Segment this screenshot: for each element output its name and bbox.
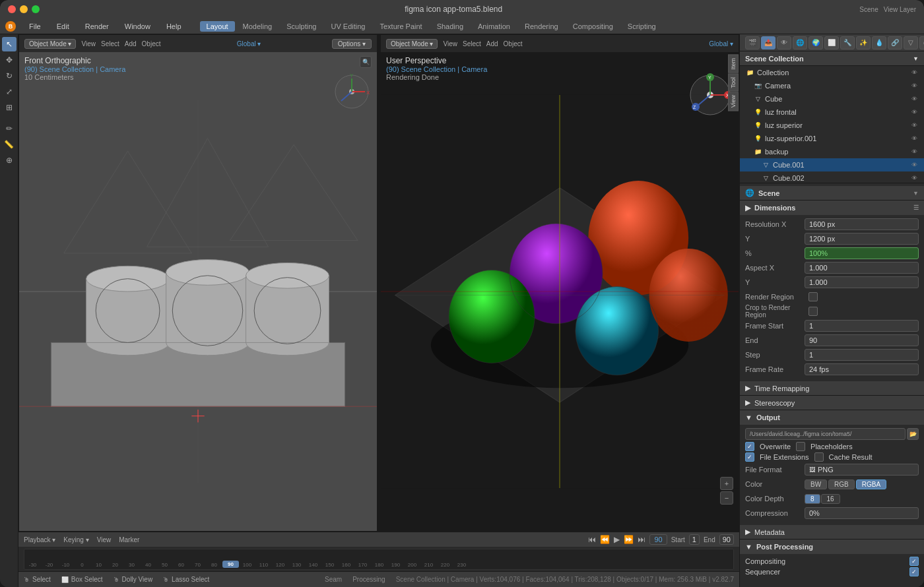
tab-render[interactable]: 🎬 xyxy=(745,36,760,49)
tool-add[interactable]: ⊕ xyxy=(2,153,16,168)
tab-scene[interactable]: 🌐 xyxy=(793,36,807,49)
eye-icon[interactable]: 👁 xyxy=(909,81,919,90)
view-btn[interactable]: View xyxy=(97,536,112,543)
tab-output[interactable]: 📤 xyxy=(761,36,776,49)
nav-gizmo-right[interactable]: X Y Z xyxy=(687,72,733,118)
aspect-x-value[interactable]: 1.000 xyxy=(805,262,919,274)
tab-particles[interactable]: ✨ xyxy=(856,36,871,49)
resolution-y-value[interactable]: 1200 px xyxy=(805,233,919,245)
file-format-dropdown[interactable]: 🖼 PNG xyxy=(805,464,919,476)
time-remapping-header[interactable]: ▶ Time Remapping xyxy=(740,381,924,396)
tab-world[interactable]: 🌍 xyxy=(808,36,823,49)
global-mode-left[interactable]: Global ▾ xyxy=(237,40,261,47)
sequencer-checkbox[interactable] xyxy=(909,567,919,576)
tab-material[interactable]: ⬤ xyxy=(919,36,924,49)
tab-animation[interactable]: Animation xyxy=(471,21,517,32)
outliner-backup[interactable]: 📁 backup 👁 xyxy=(740,145,924,158)
file-ext-checkbox[interactable] xyxy=(745,452,754,462)
outliner-luz-frontal[interactable]: 💡 luz frontal 👁 xyxy=(740,106,924,119)
object-mode-btn-left[interactable]: Object Mode ▾ xyxy=(24,39,76,49)
eye-icon[interactable]: 👁 xyxy=(909,121,919,130)
object-label-right[interactable]: Object xyxy=(504,40,523,47)
tab-view-layer[interactable]: 👁 xyxy=(777,36,791,49)
browse-folder-btn[interactable]: 📂 xyxy=(907,428,919,440)
frame-end[interactable]: 90 xyxy=(719,534,734,545)
tab-view[interactable]: View xyxy=(728,92,739,111)
outliner-cube-001[interactable]: ▽ Cube.001 👁 xyxy=(740,158,924,171)
next-frame-btn[interactable]: ⏩ xyxy=(624,535,634,544)
metadata-header[interactable]: ▶ Metadata xyxy=(740,525,924,540)
rgb-btn[interactable]: RGB xyxy=(828,479,855,489)
marker-btn[interactable]: Marker xyxy=(119,536,139,543)
viewport-front[interactable]: Object Mode ▾ View Select Add Object Glo… xyxy=(18,34,378,532)
tab-object[interactable]: ⬜ xyxy=(824,36,839,49)
outliner-collection[interactable]: 📁 Collection 👁 xyxy=(740,66,924,79)
zoom-btn[interactable]: 🔍 xyxy=(360,56,372,68)
eye-icon[interactable]: 👁 xyxy=(909,108,919,117)
nav-gizmo-left[interactable]: X Y xyxy=(332,72,372,111)
tab-texture-paint[interactable]: Texture Paint xyxy=(373,21,428,32)
tab-sculpting[interactable]: Sculpting xyxy=(280,21,323,32)
menu-window[interactable]: Window xyxy=(122,21,153,32)
tab-uv-editing[interactable]: UV Editing xyxy=(324,21,372,32)
eye-icon[interactable]: 👁 xyxy=(909,68,919,77)
tool-rotate[interactable]: ↻ xyxy=(2,69,16,83)
render-region-checkbox[interactable] xyxy=(808,292,818,301)
maximize-button[interactable] xyxy=(32,5,40,13)
tool-transform[interactable]: ⊞ xyxy=(2,100,16,115)
eye-icon[interactable]: 👁 xyxy=(909,134,919,143)
menu-file[interactable]: File xyxy=(26,21,44,32)
close-button[interactable] xyxy=(8,5,16,13)
tool-annotate[interactable]: ✏ xyxy=(2,121,16,136)
tab-compositing[interactable]: Compositing xyxy=(566,21,620,32)
frame-step-value[interactable]: 1 xyxy=(805,349,919,361)
skip-start-btn[interactable]: ⏮ xyxy=(588,535,596,544)
view-label-right[interactable]: View xyxy=(443,40,457,47)
output-path[interactable]: /Users/david.liceag../figma icon/toma5/ xyxy=(745,428,906,440)
eye-icon[interactable]: 👁 xyxy=(909,173,919,183)
tab-rendering[interactable]: Rendering xyxy=(518,21,565,32)
post-processing-header[interactable]: ▼ Post Processing xyxy=(740,540,924,554)
current-frame[interactable]: 90 xyxy=(649,534,667,545)
options-btn-left[interactable]: Options ▾ xyxy=(332,39,372,49)
prev-frame-btn[interactable]: ⏪ xyxy=(600,535,610,544)
timeline-body[interactable]: -30 -20 -10 0 10 20 30 40 50 60 70 xyxy=(18,547,739,571)
outliner-cube[interactable]: ▽ Cube 👁 xyxy=(740,92,924,106)
play-btn[interactable]: ▶ xyxy=(614,535,620,544)
compression-value[interactable]: 0% xyxy=(805,507,919,519)
eye-icon[interactable]: 👁 xyxy=(909,94,919,104)
outliner-cube-002[interactable]: ▽ Cube.002 👁 xyxy=(740,171,924,183)
eye-icon[interactable]: 👁 xyxy=(909,160,919,170)
playback-btn[interactable]: Playback ▾ xyxy=(24,536,55,543)
frame-end-value[interactable]: 90 xyxy=(805,334,919,346)
view-label-left[interactable]: View xyxy=(81,40,96,47)
viewport-front-canvas[interactable]: Front Orthographic (90) Scene Collection… xyxy=(19,52,377,531)
overwrite-checkbox[interactable] xyxy=(745,442,754,451)
dimensions-header[interactable]: ▶ Dimensions ☰ xyxy=(740,201,924,215)
resolution-x-value[interactable]: 1600 px xyxy=(805,218,919,230)
crop-render-checkbox[interactable] xyxy=(808,307,818,316)
scene-section-header[interactable]: 🌐 Scene ▼ xyxy=(740,186,924,201)
menu-help[interactable]: Help xyxy=(164,21,184,32)
keying-btn[interactable]: Keying ▾ xyxy=(63,536,88,543)
stereoscopy-header[interactable]: ▶ Stereoscopy xyxy=(740,396,924,410)
object-mode-btn-right[interactable]: Object Mode ▾ xyxy=(386,39,438,49)
tab-scripting[interactable]: Scripting xyxy=(621,21,663,32)
filter-icon[interactable]: ▼ xyxy=(913,55,919,62)
depth-16-btn[interactable]: 16 xyxy=(821,494,840,504)
outliner-camera[interactable]: 📷 Camera 👁 xyxy=(740,79,924,92)
outliner-luz-superior-001[interactable]: 💡 luz-superior.001 👁 xyxy=(740,132,924,145)
tab-shading[interactable]: Shading xyxy=(430,21,470,32)
tool-scale[interactable]: ⤢ xyxy=(2,84,16,99)
tab-modifier[interactable]: 🔧 xyxy=(840,36,855,49)
tab-tool[interactable]: Tool xyxy=(728,74,739,92)
tool-select[interactable]: ↖ xyxy=(2,37,16,51)
percent-value[interactable]: 100% xyxy=(805,247,919,259)
viewport-perspective[interactable]: Object Mode ▾ View Select Add Object Glo… xyxy=(380,34,739,532)
placeholders-checkbox[interactable] xyxy=(796,442,805,451)
global-mode-right[interactable]: Global ▾ xyxy=(709,40,733,47)
tab-data[interactable]: ▽ xyxy=(904,36,918,49)
aspect-y-value[interactable]: 1.000 xyxy=(805,276,919,288)
menu-render[interactable]: Render xyxy=(82,21,112,32)
output-header[interactable]: ▼ Output xyxy=(740,410,924,425)
